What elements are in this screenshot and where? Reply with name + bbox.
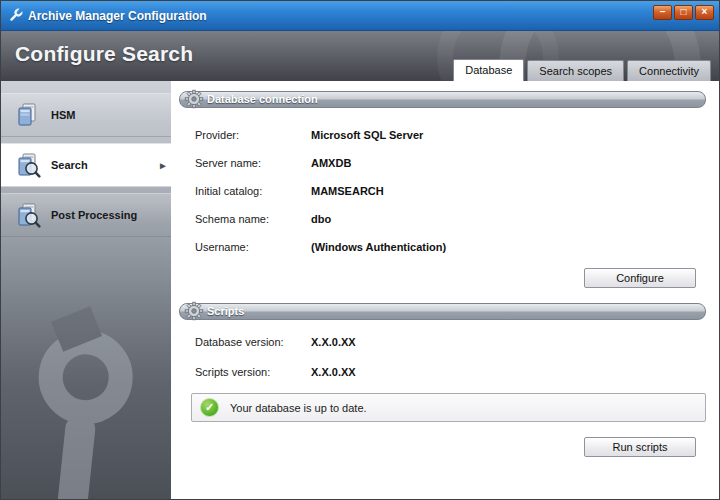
maximize-button[interactable]: □ — [674, 5, 693, 20]
field-label: Provider: — [195, 129, 311, 141]
field-row: Server name: AMXDB — [195, 149, 446, 177]
field-row: Provider: Microsoft SQL Server — [195, 121, 446, 149]
database-connection-section-header: Database connection — [179, 91, 706, 108]
status-message: Your database is up to date. — [230, 402, 367, 414]
field-label: Scripts version: — [195, 366, 311, 378]
tab-search-scopes[interactable]: Search scopes — [527, 60, 624, 81]
tab-connectivity[interactable]: Connectivity — [627, 60, 711, 81]
tab-database[interactable]: Database — [453, 59, 524, 81]
field-label: Server name: — [195, 157, 311, 169]
field-value: (Windows Authentication) — [311, 241, 446, 253]
field-value: AMXDB — [311, 157, 351, 169]
status-box: ✓ Your database is up to date. — [191, 393, 706, 422]
database-connection-fields: Provider: Microsoft SQL Server Server na… — [195, 121, 446, 261]
sidebar: HSM Search ► — [1, 81, 171, 499]
field-row: Database version: X.X.0.XX — [195, 327, 356, 357]
gear-icon — [184, 89, 204, 109]
wrench-icon — [8, 8, 23, 23]
window-title: Archive Manager Configuration — [28, 9, 207, 23]
field-value: MAMSEARCH — [311, 185, 384, 197]
field-label: Schema name: — [195, 213, 311, 225]
field-row: Username: (Windows Authentication) — [195, 233, 446, 261]
sidebar-item-label: Search — [51, 159, 88, 171]
field-value: dbo — [311, 213, 331, 225]
sidebar-item-hsm[interactable]: HSM — [1, 93, 171, 137]
sidebar-item-search[interactable]: Search ► — [1, 143, 171, 187]
tab-strip: Database Search scopes Connectivity — [450, 59, 711, 81]
field-row: Initial catalog: MAMSEARCH — [195, 177, 446, 205]
success-check-icon: ✓ — [200, 398, 219, 417]
main-content: Database connection Provider: Microsoft … — [171, 81, 719, 499]
field-label: Username: — [195, 241, 311, 253]
page-title: Configure Search — [15, 42, 193, 66]
search-icon — [15, 152, 41, 178]
gear-icon — [184, 301, 204, 321]
scripts-fields: Database version: X.X.0.XX Scripts versi… — [195, 327, 356, 387]
window-controls: – □ × — [653, 5, 714, 20]
header: Configure Search Database Search scopes … — [1, 31, 719, 81]
sidebar-item-label: HSM — [51, 109, 75, 121]
run-scripts-button[interactable]: Run scripts — [584, 437, 696, 457]
section-title: Database connection — [207, 93, 318, 105]
close-button[interactable]: × — [695, 5, 714, 20]
field-value: X.X.0.XX — [311, 336, 356, 348]
wrench-watermark — [7, 324, 171, 499]
field-value: Microsoft SQL Server — [311, 129, 423, 141]
field-value: X.X.0.XX — [311, 366, 356, 378]
field-label: Initial catalog: — [195, 185, 311, 197]
field-row: Schema name: dbo — [195, 205, 446, 233]
section-title: Scripts — [207, 305, 244, 317]
sidebar-item-post-processing[interactable]: Post Processing — [1, 193, 171, 237]
field-label: Database version: — [195, 336, 311, 348]
scripts-section-header: Scripts — [179, 303, 706, 320]
archive-manager-window: Archive Manager Configuration – □ × Conf… — [0, 0, 720, 500]
hsm-icon — [15, 102, 41, 128]
configure-button[interactable]: Configure — [584, 268, 696, 288]
sidebar-item-label: Post Processing — [51, 209, 137, 221]
minimize-button[interactable]: – — [653, 5, 672, 20]
selected-arrow-icon: ► — [158, 160, 168, 171]
titlebar: Archive Manager Configuration – □ × — [1, 1, 719, 31]
post-processing-icon — [15, 202, 41, 228]
field-row: Scripts version: X.X.0.XX — [195, 357, 356, 387]
